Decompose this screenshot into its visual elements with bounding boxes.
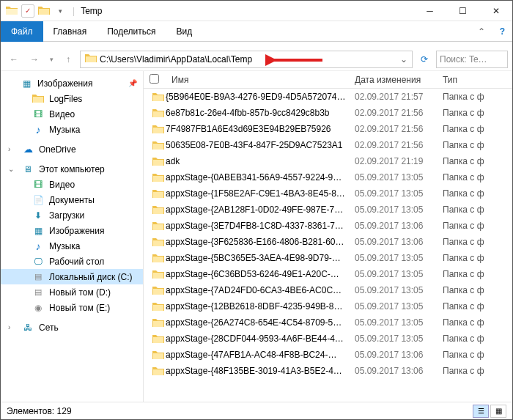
expand-icon[interactable]: › xyxy=(8,145,17,153)
file-row[interactable]: appxStage-{28CDF044-9593-4A6F-BE44-4…05.… xyxy=(144,331,512,347)
forward-button[interactable]: → xyxy=(26,51,43,68)
folder-icon xyxy=(151,318,166,328)
annotation-arrow xyxy=(265,53,324,70)
qat-dropdown-icon[interactable]: ▾ xyxy=(53,4,67,18)
sidebar-item[interactable]: ♪Музыка xyxy=(1,122,143,137)
expand-icon[interactable]: ⌄ xyxy=(8,165,17,173)
sidebar-this-pc[interactable]: ⌄ 🖥 Этот компьютер xyxy=(1,161,143,177)
sidebar-item[interactable]: ♪Музыка xyxy=(1,238,143,254)
sidebar-item[interactable]: ◉Новый том (E:) xyxy=(1,300,143,315)
file-row[interactable]: adk02.09.2017 21:19Папка с ф xyxy=(144,153,512,169)
file-date: 05.09.2017 13:05 xyxy=(355,334,443,344)
file-row[interactable]: appxStage-{7AD24FD0-6CA3-4BE6-AC0C…05.09… xyxy=(144,282,512,298)
help-icon[interactable]: ? xyxy=(492,26,512,37)
file-type: Папка с ф xyxy=(443,269,512,279)
search-box[interactable]: Поиск: Te… xyxy=(436,51,508,68)
folder-icon xyxy=(151,125,166,134)
file-type: Папка с ф xyxy=(443,140,512,150)
file-row[interactable]: appxStage-{5BC365E5-3AEA-4E98-9D79-…05.0… xyxy=(144,250,512,266)
recent-locations-button[interactable]: ▾ xyxy=(46,51,56,68)
file-row[interactable]: appxStage-{6C36BD53-6246-49E1-A20C-…05.0… xyxy=(144,266,512,282)
file-row[interactable]: appxStage-{3F625836-E166-4806-B281-60…05… xyxy=(144,234,512,250)
file-type: Папка с ф xyxy=(443,156,512,166)
file-row[interactable]: appxStage-{48F135BE-3019-41A3-B5E2-4…05.… xyxy=(144,363,512,379)
file-type: Папка с ф xyxy=(443,237,512,247)
expand-icon[interactable]: › xyxy=(8,323,17,331)
select-all-checkbox[interactable] xyxy=(150,74,159,84)
folder-icon xyxy=(151,189,166,199)
sidebar-item-label: Новый том (D:) xyxy=(49,287,143,298)
address-bar[interactable]: ⌄ xyxy=(80,51,413,68)
sidebar-item[interactable]: ▦Изображения xyxy=(1,223,143,238)
file-date: 05.09.2017 13:05 xyxy=(355,285,443,295)
maximize-button[interactable]: ☐ xyxy=(446,1,479,21)
file-row[interactable]: appxStage-{47AFB1A-AC48-4F8B-BC24-…05.09… xyxy=(144,347,512,363)
column-name[interactable]: Имя xyxy=(166,75,355,85)
sidebar-item-images[interactable]: ▦ Изображения 📌 xyxy=(1,75,143,91)
file-row[interactable]: appxStage-{26A274C8-654E-4C54-8709-5…05.… xyxy=(144,314,512,331)
folder-icon xyxy=(151,205,166,215)
close-button[interactable]: ✕ xyxy=(479,1,512,21)
back-button[interactable]: ← xyxy=(5,51,23,68)
file-name: appxStage-{1F58E2AF-C9E1-4BA3-8E45-8… xyxy=(166,188,355,199)
onedrive-icon: ☁ xyxy=(21,144,34,155)
up-button[interactable]: ↑ xyxy=(59,51,77,68)
sidebar-item[interactable]: ▤Локальный диск (C:) xyxy=(1,269,143,284)
sidebar-item[interactable]: 📄Документы xyxy=(1,192,143,207)
file-date: 05.09.2017 13:06 xyxy=(355,366,443,376)
sidebar-item[interactable]: ▤Новый том (D:) xyxy=(1,284,143,300)
sidebar-item-label: Новый том (E:) xyxy=(49,303,143,313)
file-row[interactable]: 7F4987FB1A6E43d69E3E94B29EB7592602.09.20… xyxy=(144,121,512,137)
file-row[interactable]: appxStage-{1F58E2AF-C9E1-4BA3-8E45-8…05.… xyxy=(144,185,512,202)
qat-folder-icon[interactable] xyxy=(37,4,51,18)
sidebar-network[interactable]: › 🖧 Сеть xyxy=(1,320,143,335)
tab-home[interactable]: Главная xyxy=(43,21,97,42)
window-title: Temp xyxy=(81,6,102,16)
file-row[interactable]: appxStage-{2AB128F1-0D02-49FE-987E-7…05.… xyxy=(144,202,512,218)
file-row[interactable]: appxStage-{12BB2618-8DBF-4235-949B-8…05.… xyxy=(144,298,512,314)
sidebar-item[interactable]: ⬇Загрузки xyxy=(1,207,143,223)
file-row[interactable]: 6e87b81c-26e4-4fbb-857b-9cc8429c8b3b02.0… xyxy=(144,105,512,121)
navigation-pane[interactable]: ▦ Изображения 📌 LogFiles🎞Видео♪Музыка › … xyxy=(1,71,144,404)
folder-icon xyxy=(32,93,45,105)
folder-icon xyxy=(151,92,166,102)
file-date: 05.09.2017 13:06 xyxy=(355,221,443,231)
nav-bar: ← → ▾ ↑ ⌄ ⟳ Поиск: Te… xyxy=(1,48,512,71)
file-list[interactable]: {5B964E0E-B9A3-4276-9ED9-4D5A572074…02.0… xyxy=(144,89,512,404)
file-name: appxStage-{47AFB1A-AC48-4F8B-BC24-… xyxy=(166,350,355,360)
refresh-button[interactable]: ⟳ xyxy=(416,51,433,68)
file-type: Папка с ф xyxy=(443,350,512,360)
sidebar-item[interactable]: 🎞Видео xyxy=(1,106,143,122)
details-view-button[interactable]: ☰ xyxy=(473,405,489,418)
icons-view-button[interactable]: ▦ xyxy=(490,405,506,418)
drive-icon: ▤ xyxy=(32,287,45,298)
sidebar-item[interactable]: 🖵Рабочий стол xyxy=(1,254,143,269)
file-date: 05.09.2017 13:05 xyxy=(355,188,443,199)
file-date: 05.09.2017 13:05 xyxy=(355,253,443,263)
sidebar-onedrive[interactable]: › ☁ OneDrive xyxy=(1,141,143,157)
file-name: appxStage-{48F135BE-3019-41A3-B5E2-4… xyxy=(166,366,355,376)
file-date: 05.09.2017 13:06 xyxy=(355,237,443,247)
sidebar-item[interactable]: LogFiles xyxy=(1,91,143,106)
file-row[interactable]: appxStage-{3E7D4FB8-1C8D-4337-8361-7…05.… xyxy=(144,218,512,234)
ribbon-tabs: Файл Главная Поделиться Вид ⌃ ? xyxy=(1,21,512,42)
file-row[interactable]: appxStage-{0ABEB341-56A9-4557-9224-9…05.… xyxy=(144,169,512,185)
column-type[interactable]: Тип xyxy=(443,75,512,85)
column-date[interactable]: Дата изменения xyxy=(355,75,443,85)
file-row[interactable]: 50635E08-7E0B-43F4-847F-25D9AC7523A102.0… xyxy=(144,137,512,153)
file-name: appxStage-{5BC365E5-3AEA-4E98-9D79-… xyxy=(166,253,355,263)
column-headers[interactable]: Имя Дата изменения Тип xyxy=(144,71,512,89)
file-row[interactable]: {5B964E0E-B9A3-4276-9ED9-4D5A572074…02.0… xyxy=(144,89,512,105)
address-input[interactable] xyxy=(100,54,400,65)
ribbon-collapse-icon[interactable]: ⌃ xyxy=(470,26,492,37)
search-placeholder: Поиск: Te… xyxy=(440,54,487,65)
minimize-button[interactable]: ─ xyxy=(413,1,446,21)
qat-properties-icon[interactable]: ✓ xyxy=(21,4,34,18)
tab-file[interactable]: Файл xyxy=(1,21,43,42)
tab-share[interactable]: Поделиться xyxy=(97,21,166,42)
file-type: Папка с ф xyxy=(443,108,512,118)
file-date: 02.09.2017 21:56 xyxy=(355,108,443,118)
tab-view[interactable]: Вид xyxy=(166,21,202,42)
sidebar-item[interactable]: 🎞Видео xyxy=(1,177,143,192)
address-history-icon[interactable]: ⌄ xyxy=(400,54,407,65)
